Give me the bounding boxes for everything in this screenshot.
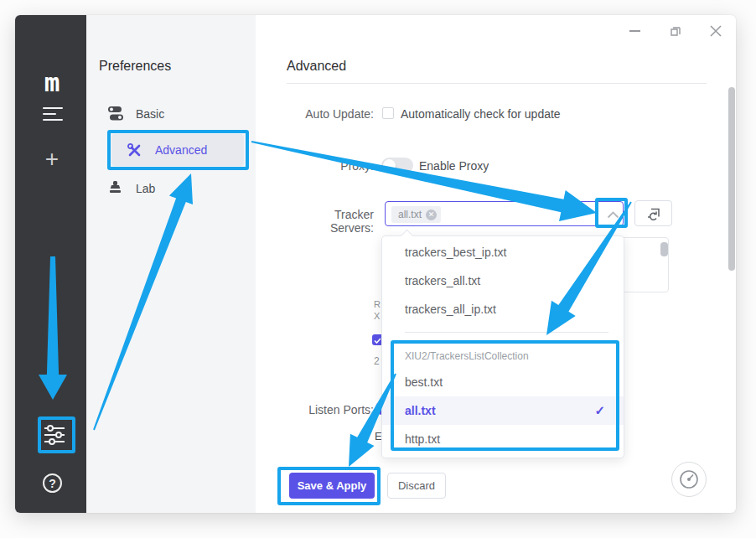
dropdown-option[interactable]: trackers_all.txt xyxy=(382,266,624,295)
task-list-line xyxy=(43,107,63,109)
tracker-servers-label: Tracker Servers: xyxy=(290,208,374,235)
help-icon[interactable]: ? xyxy=(43,473,62,493)
sidebar-item-label: Advanced xyxy=(155,143,207,157)
tracker-dropdown: trackers_best_ip.txt trackers_all.txt tr… xyxy=(381,235,624,458)
preferences-sliders-icon[interactable] xyxy=(43,424,66,446)
dropdown-option-selected[interactable]: all.txt ✓ xyxy=(382,396,624,425)
title-divider xyxy=(287,83,707,84)
auto-update-checkbox[interactable] xyxy=(382,107,394,119)
close-icon xyxy=(708,23,723,39)
auto-update-checkbox-label: Automatically check for update xyxy=(401,107,561,121)
textarea-scrollbar-thumb[interactable] xyxy=(660,242,668,256)
preferences-panel xyxy=(86,15,256,513)
dropdown-option[interactable]: best.txt xyxy=(382,368,624,396)
restore-icon xyxy=(668,23,683,39)
sidebar-item-advanced[interactable]: Advanced xyxy=(111,134,244,166)
task-list-line xyxy=(43,119,63,121)
task-list-icon[interactable] xyxy=(43,107,63,121)
dropdown-option-label: all.txt xyxy=(405,404,436,417)
lab-stamp-icon xyxy=(109,181,122,194)
dropdown-option[interactable]: trackers_best_ip.txt xyxy=(382,238,624,266)
sidebar-item-label: Basic xyxy=(136,107,164,121)
auto-update-label: Auto Update: xyxy=(277,107,374,121)
sidebar-item-lab[interactable]: Lab xyxy=(99,178,250,199)
chevron-up-icon[interactable] xyxy=(607,211,619,219)
motrix-logo: m xyxy=(37,67,67,97)
sync-icon xyxy=(647,207,661,221)
toggles-icon xyxy=(108,106,123,121)
preferences-title: Preferences xyxy=(99,59,171,74)
minimize-button[interactable] xyxy=(628,23,643,39)
gauge-icon xyxy=(678,468,700,490)
tracker-tag-label: all.txt xyxy=(398,209,422,220)
save-apply-button[interactable]: Save & Apply xyxy=(289,473,375,499)
occluded-text-fragment: X xyxy=(374,311,380,321)
dropdown-group-label: XIU2/TrackersListCollection xyxy=(405,350,529,362)
window-scrollbar-thumb[interactable] xyxy=(728,87,735,271)
sync-trackers-button[interactable] xyxy=(634,200,672,226)
tracker-tag: all.txt ✕ xyxy=(391,206,441,223)
sidebar-item-label: Lab xyxy=(136,182,155,195)
occluded-text-fragment: R xyxy=(374,299,381,309)
listen-ports-label: Listen Ports: xyxy=(298,403,374,416)
toggle-knob xyxy=(383,159,396,172)
dropdown-option[interactable]: trackers_all_ip.txt xyxy=(382,295,624,323)
maximize-button[interactable] xyxy=(668,23,683,39)
add-task-icon[interactable]: + xyxy=(40,148,64,172)
proxy-toggle-label: Enable Proxy xyxy=(419,159,489,173)
check-icon: ✓ xyxy=(594,396,605,425)
dropdown-option[interactable]: http.txt xyxy=(382,425,624,453)
minimize-icon xyxy=(629,30,640,32)
task-list-line xyxy=(43,113,56,115)
screenshot-canvas: m + ? Preferences Basic Advanced xyxy=(0,0,756,538)
page-title: Advanced xyxy=(287,59,346,74)
dropdown-divider xyxy=(405,332,608,333)
occluded-text-fragment: 2 xyxy=(374,355,380,367)
tools-icon xyxy=(127,143,142,158)
proxy-label: Proxy: xyxy=(302,159,374,173)
close-button[interactable] xyxy=(708,23,723,39)
sidebar-item-basic[interactable]: Basic xyxy=(99,103,250,125)
discard-button[interactable]: Discard xyxy=(387,473,446,499)
speed-gauge-button[interactable] xyxy=(671,462,707,497)
tracker-servers-select[interactable]: all.txt ✕ xyxy=(385,201,624,226)
proxy-toggle[interactable] xyxy=(381,158,413,173)
tag-remove-icon[interactable]: ✕ xyxy=(426,210,437,220)
